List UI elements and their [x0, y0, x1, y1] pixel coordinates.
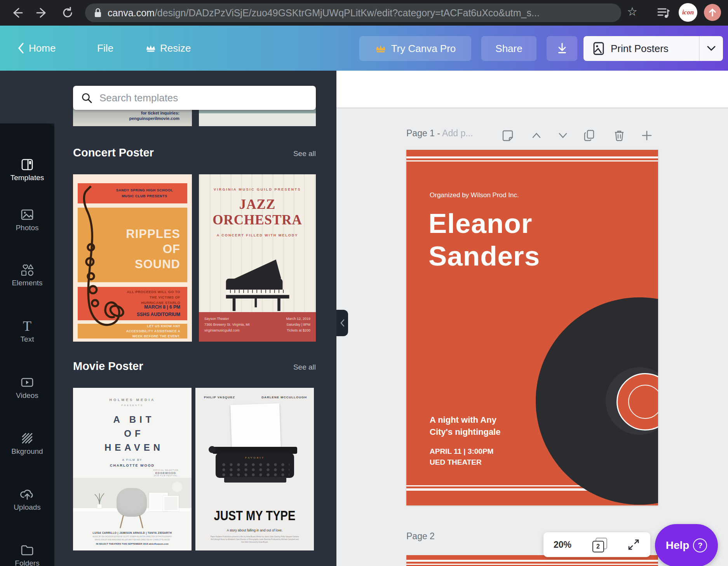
rail-active-bg — [0, 71, 54, 123]
jazz-info-band: Sayson Theater 7366 Brewery St. Virginia… — [199, 312, 316, 342]
help-button[interactable]: Help ? — [655, 524, 718, 566]
rail-label: Photos — [0, 224, 54, 232]
rail-label: Uploads — [0, 503, 54, 512]
browser-update-icon[interactable] — [704, 4, 721, 21]
see-all-movie[interactable]: See all — [293, 363, 316, 372]
page2-label: Page 2 — [406, 531, 435, 541]
template-ripples-of-sound[interactable]: SANDY SPRING HIGH SCHOOL MUSIC CLUB PRES… — [73, 174, 192, 342]
page-manager-icon[interactable]: 2 — [592, 537, 607, 552]
sidebar-item-uploads[interactable]: Uploads — [0, 487, 54, 514]
sidebar-item-videos[interactable]: Videos — [0, 375, 54, 402]
design-page-1[interactable]: Organized by Wilson Prod Inc. Eleanor Sa… — [406, 150, 658, 505]
search-input[interactable] — [99, 92, 308, 104]
download-button[interactable] — [547, 36, 577, 61]
back-icon[interactable] — [9, 5, 24, 20]
sidebar-item-templates[interactable]: Templates — [0, 157, 54, 184]
sidebar-item-folders[interactable]: Folders — [0, 543, 54, 566]
sidebar-item-background[interactable]: Bkground — [0, 431, 54, 458]
page-notes-icon[interactable] — [501, 129, 514, 142]
rail-label: Text — [0, 335, 54, 344]
poster-sub-line2: City's nightingale — [430, 426, 500, 438]
heaven-title-2: OF — [77, 428, 192, 439]
peek-line2: penguinsperilmovie.com — [129, 116, 179, 121]
canva-editor-screen: canva.com/design/DADzPzViSjE/zuo49GSKtrG… — [0, 0, 728, 566]
rail-label: Templates — [0, 174, 54, 182]
see-all-concert[interactable]: See all — [293, 149, 316, 158]
browser-toolbar: canva.com/design/DADzPzViSjE/zuo49GSKtrG… — [0, 0, 728, 26]
poster-organizer: Organized by Wilson Prod Inc. — [430, 191, 519, 199]
page1-title-placeholder[interactable]: Add p... — [442, 128, 473, 138]
share-button[interactable]: Share — [481, 36, 536, 61]
sidebar-item-text[interactable]: T Text — [0, 319, 54, 346]
bookmark-star-icon[interactable]: ☆ — [627, 5, 637, 18]
type-tagline: A story about falling in and out of love… — [195, 528, 314, 532]
move-page-down-icon[interactable] — [556, 129, 570, 142]
print-label: Print Posters — [611, 43, 669, 55]
elements-icon — [0, 262, 54, 277]
move-page-up-icon[interactable] — [530, 129, 543, 142]
rail-label: Bkground — [0, 447, 54, 456]
text-icon: T — [0, 319, 54, 333]
canvas-toolbar-strip — [336, 71, 728, 108]
view-controls: 20% 2 — [543, 532, 650, 557]
heaven-credits-2: MAVIS STAUDT AND MARJORIE MILLER WRITTEN… — [78, 539, 186, 541]
crown-gold-icon — [375, 43, 387, 54]
sidebar-item-photos[interactable]: Photos — [0, 207, 54, 234]
type-actor-2: DARLENE MCCULLOUGH — [261, 396, 307, 399]
duplicate-page-icon[interactable] — [583, 129, 596, 142]
url-domain: canva.com — [108, 7, 155, 18]
heaven-release: IN SELECT THEATERS THIS SEPTEMBER 2018 a… — [73, 543, 192, 545]
help-label: Help — [666, 539, 690, 552]
fullscreen-icon[interactable] — [627, 538, 640, 551]
home-label: Home — [29, 42, 56, 54]
page-count: 2 — [596, 543, 600, 550]
editor-top-bar: Home File Resize Try Canva Pro Share Pri… — [0, 26, 728, 71]
search-icon — [81, 92, 92, 104]
page2-header: Page 2 — [406, 531, 435, 542]
chevron-down-icon[interactable] — [707, 45, 716, 52]
url-path: /design/DADzPzViSjE/zuo49GSKtrGMjUWqPLit… — [155, 7, 540, 18]
saxophone-illustration — [73, 185, 124, 340]
reload-icon[interactable] — [60, 5, 75, 20]
playlist-extension-icon[interactable] — [656, 5, 671, 20]
uploads-icon — [0, 487, 54, 502]
poster-date: APRIL 11 | 3:00PM — [430, 446, 493, 457]
poster-line — [406, 160, 658, 161]
template-just-my-type[interactable]: PHILIP VASQUEZ DARLENE MCCULLOUGH FAVORI… — [195, 388, 314, 550]
panel-collapse-tab[interactable] — [336, 310, 348, 336]
try-canva-pro-button[interactable]: Try Canva Pro — [359, 36, 471, 61]
heaven-presents: PRESENTS — [73, 404, 192, 406]
template-thumb-partial-1[interactable]: for ticket inquiries: penguinsperilmovie… — [73, 108, 192, 126]
object-panel-rail: Templates Photos Elements T Text Videos … — [0, 71, 54, 566]
section-title-concert: Concert Poster — [73, 146, 154, 159]
photos-icon — [0, 207, 54, 222]
resize-label: Resize — [160, 42, 191, 54]
button-divider — [699, 36, 700, 61]
page1-header: Page 1 - Add p... — [406, 128, 473, 139]
delete-page-icon[interactable] — [613, 129, 626, 142]
add-page-icon[interactable] — [640, 129, 653, 142]
rail-label: Videos — [0, 391, 54, 400]
template-jazz-orchestra[interactable]: VIRGINIA MUSIC GUILD PRESENTS JAZZ ORCHE… — [199, 174, 316, 342]
poster-name-line1: Eleanor — [428, 207, 540, 240]
sidebar-item-elements[interactable]: Elements — [0, 262, 54, 290]
heaven-credits-1: MUSIC BY IDA JACKSON EDITED BY SCOTT JOS… — [78, 536, 186, 538]
page1-label: Page 1 - — [406, 128, 440, 138]
profile-avatar[interactable]: icon — [679, 3, 697, 22]
resize-menu[interactable]: Resize — [145, 26, 191, 71]
rail-label: Elements — [0, 279, 54, 287]
piano-illustration — [218, 257, 299, 312]
file-menu[interactable]: File — [97, 26, 113, 71]
forward-icon[interactable] — [35, 5, 50, 20]
home-menu[interactable]: Home — [17, 26, 56, 71]
template-thumb-partial-2[interactable] — [199, 108, 316, 126]
url-bar[interactable]: canva.com/design/DADzPzViSjE/zuo49GSKtrG… — [85, 3, 621, 22]
zoom-level[interactable]: 20% — [554, 540, 571, 550]
template-a-bit-of-heaven[interactable]: HOLMES MEDIA PRESENTS A BIT OF HEAVEN A … — [73, 388, 192, 550]
print-posters-button[interactable]: Print Posters — [583, 36, 723, 61]
section-title-movie: Movie Poster — [73, 360, 143, 373]
templates-icon — [0, 157, 54, 172]
type-actor-1: PHILIP VASQUEZ — [204, 396, 235, 399]
jazz-title-2: ORCHESTRA — [199, 212, 316, 228]
jazz-presents: VIRGINIA MUSIC GUILD PRESENTS — [199, 188, 316, 191]
